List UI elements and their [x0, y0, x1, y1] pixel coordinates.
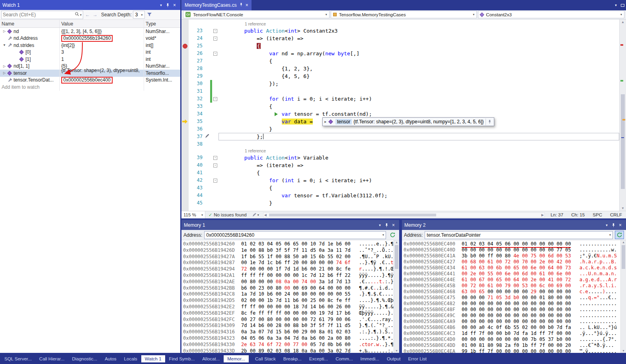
- scroll-up-icon[interactable]: ▲: [620, 20, 626, 24]
- memory-row[interactable]: 0x000002556B0EC45B 00 72 00 61 00 79 00 …: [404, 283, 626, 289]
- memory-row[interactable]: 0x000002556B194287 00 1e 7d 1c b6 ff 20 …: [183, 260, 399, 266]
- memory-row[interactable]: 0x000002556B194323 04 05 06 0a 3a 04 7d …: [183, 335, 399, 342]
- code-text[interactable]: var nd = np.array(new byte[,]: [218, 50, 619, 57]
- watch-value[interactable]: {int[2]}: [60, 42, 144, 49]
- code-text[interactable]: [218, 88, 619, 95]
- breakpoint-margin[interactable]: [181, 199, 189, 207]
- code-text[interactable]: {: [218, 42, 619, 50]
- document-tab[interactable]: MemoryTestingCases.cs ×: [181, 0, 252, 10]
- breakpoint-margin[interactable]: [181, 35, 189, 42]
- code-text[interactable]: {: [218, 169, 619, 177]
- code-line[interactable]: 37 };: [181, 133, 619, 140]
- breakpoint-margin[interactable]: [181, 88, 189, 95]
- expander-icon[interactable]: ▷: [2, 29, 7, 33]
- address-input[interactable]: [427, 232, 608, 238]
- code-line[interactable]: 27 {: [181, 57, 619, 65]
- breakpoint-margin[interactable]: [181, 154, 189, 162]
- memory-row[interactable]: 0x000002556B1942D5 02 00 00 1b 7d 11 b6 …: [183, 298, 399, 304]
- code-line[interactable]: 34 var tensor = tf.constant(nd);: [181, 110, 619, 118]
- pin-icon[interactable]: [610, 222, 617, 228]
- vertical-scrollbar[interactable]: ▲ ▼: [394, 240, 399, 353]
- column-header-type[interactable]: Type: [144, 20, 180, 27]
- code-text[interactable]: public Action<int> Constant2x3: [218, 27, 619, 35]
- tool-window-tab[interactable]: Watch 1: [141, 355, 165, 362]
- watch-row[interactable]: ▷ tensor {tf.Tensor: shape=(2, 3), dtype…: [0, 70, 180, 77]
- watch-value[interactable]: {[[1, 2, 3], [4, 5, 6]]}: [60, 28, 144, 35]
- search-prev-icon[interactable]: ←: [84, 12, 91, 18]
- memory-row[interactable]: 0x000002556B194330 2e 63 74 6f 72 00 77 …: [183, 342, 399, 348]
- memory-row[interactable]: 0x000002556B19433D 2b 00 89 02 03 08 18 …: [183, 348, 399, 353]
- memory-row[interactable]: 0x000002556B0EC441 00 2e 00 55 00 6e 00 …: [404, 271, 626, 277]
- watch-row[interactable]: ▷ nd {[[1, 2, 3], [4, 5, 6]]} NumShar...: [0, 28, 180, 35]
- memory-row[interactable]: 0x000002556B194260 01 02 03 04 05 06 65 …: [183, 241, 399, 247]
- code-line[interactable]: 42 - for (int i = 0; i < iterate; i++): [181, 177, 619, 184]
- project-dropdown[interactable]: C# TensorFlowNET.Console ▾: [183, 11, 330, 18]
- tool-window-tab[interactable]: Error List: [404, 355, 430, 362]
- tool-window-tab[interactable]: Find Symb...: [166, 355, 199, 362]
- tool-window-tab[interactable]: Autos: [101, 355, 120, 362]
- memory-row[interactable]: 0x000002556B1942AE 00 80 00 00 08 0a 00 …: [183, 279, 399, 285]
- code-text[interactable]: for (int i = 0; i < iterate; i++): [218, 95, 619, 103]
- code-line[interactable]: 29 {4, 5, 6}: [181, 72, 619, 80]
- tool-window-tab[interactable]: Breakp...: [280, 355, 305, 362]
- column-header-value[interactable]: Value: [60, 20, 144, 27]
- search-options-icon[interactable]: ▾: [80, 13, 82, 17]
- chevron-down-icon[interactable]: ▾: [609, 233, 611, 237]
- address-input-box[interactable]: ▾: [425, 231, 613, 239]
- breakpoint-margin[interactable]: [181, 169, 189, 177]
- code-line[interactable]: 32 - for (int i = 0; i < iterate; i++): [181, 95, 619, 103]
- watch-row[interactable]: [1] 1 int: [0, 56, 180, 63]
- code-line[interactable]: 26 - var nd = np.array(new byte[,]: [181, 50, 619, 57]
- breakpoint-margin[interactable]: [181, 27, 189, 35]
- scrollbar-thumb[interactable]: [395, 245, 398, 269]
- collapse-region-icon[interactable]: -: [213, 164, 217, 167]
- search-input[interactable]: [3, 12, 74, 18]
- collapse-region-icon[interactable]: -: [213, 37, 217, 41]
- status-spaces[interactable]: SPC: [589, 212, 606, 217]
- watch-row[interactable]: nd.Address 0x000002556b194260 void*: [0, 35, 180, 42]
- refresh-icon[interactable]: [615, 231, 624, 239]
- zoom-control[interactable]: 115 % ▾: [181, 211, 205, 218]
- code-line[interactable]: 45 }: [181, 199, 619, 207]
- scrollbar-thumb[interactable]: [269, 214, 436, 216]
- tool-window-tab[interactable]: Comm...: [332, 355, 356, 362]
- code-line[interactable]: 39 - public Action<int> Variable: [181, 154, 619, 162]
- memory-row[interactable]: 0x000002556B0EC4B6 00 00 a0 4c 0f 6b 55 …: [404, 325, 626, 331]
- breakpoint-margin[interactable]: [181, 72, 189, 80]
- scroll-up-icon[interactable]: ▲: [394, 241, 399, 244]
- tool-window-tab[interactable]: Output: [383, 355, 404, 362]
- code-text[interactable]: {: [218, 103, 619, 110]
- memory-row[interactable]: 0x000002556B19426D 1e 00 88 b0 3f 5f 7f …: [183, 247, 399, 254]
- code-line[interactable]: 23 - public Action<int> Constant2x3: [181, 27, 619, 35]
- window-position-icon[interactable]: ▾: [376, 222, 383, 228]
- code-text[interactable]: {4, 5, 6}: [218, 72, 619, 80]
- breakpoint-margin[interactable]: [181, 95, 189, 103]
- watch-window-titlebar[interactable]: Watch 1 ▾ ×: [0, 0, 180, 10]
- pin-icon[interactable]: [240, 2, 243, 8]
- code-line[interactable]: 38: [181, 140, 619, 148]
- code-text[interactable]: for (int i = 0; i < iterate; i++): [218, 177, 619, 184]
- run-marker-icon[interactable]: [275, 112, 278, 116]
- memory-row[interactable]: 0x000002556B194316 0a 3a 07 7d 15 b6 00 …: [183, 329, 399, 335]
- code-text[interactable]: {1, 2, 3},: [218, 65, 619, 72]
- filter-icon[interactable]: [146, 12, 153, 18]
- code-line[interactable]: 25 {: [181, 42, 619, 50]
- code-line[interactable]: 28 {1, 2, 3},: [181, 65, 619, 72]
- breakpoint-margin[interactable]: [181, 65, 189, 72]
- scrollbar-thumb[interactable]: [621, 94, 625, 189]
- collapse-region-icon[interactable]: -: [213, 29, 217, 33]
- code-text[interactable]: });: [218, 80, 619, 88]
- breakpoint-margin[interactable]: [181, 140, 189, 148]
- memory-row[interactable]: 0x000002556B1942A1 ff ff ff 00 00 00 00 …: [183, 273, 399, 279]
- memory-row[interactable]: 0x000002556B0EC4A9 00 00 00 00 00 00 00 …: [404, 319, 626, 325]
- datatip-popup[interactable]: ▼ tensor {tf.Tensor: shape=(2, 3), dtype…: [322, 117, 494, 126]
- memory2-rows[interactable]: ▲ ▼ 0x000002556B0EC400 01 02 03 04 05 06…: [402, 240, 626, 353]
- watch-value[interactable]: 0x000002556b0ec400: [60, 77, 144, 84]
- breakpoint-icon[interactable]: [183, 44, 187, 49]
- watch-value[interactable]: 3: [60, 49, 144, 56]
- address-input[interactable]: [206, 232, 381, 238]
- code-text[interactable]: var tensor = tf.constant(nd);: [218, 110, 619, 118]
- tool-window-tab[interactable]: Locals: [121, 355, 141, 362]
- breakpoint-margin[interactable]: [181, 162, 189, 169]
- memory-row[interactable]: 0x000002556B0EC482 00 00 00 00 00 00 00 …: [404, 301, 626, 307]
